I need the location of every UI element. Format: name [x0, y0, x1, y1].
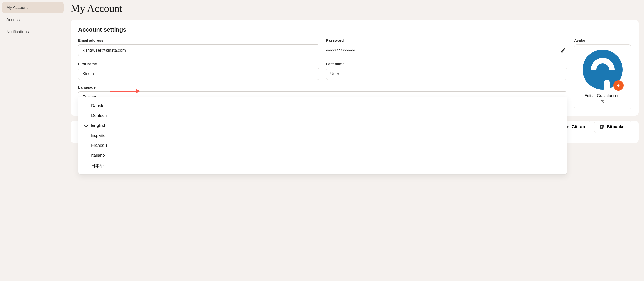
firstname-input[interactable] [78, 68, 319, 80]
svg-rect-0 [562, 52, 564, 52]
bitbucket-label: Bitbucket [607, 124, 626, 129]
sidebar-item-notifications[interactable]: Notifications [2, 26, 64, 38]
external-link-icon [600, 100, 604, 104]
lastname-label: Last name [326, 62, 568, 66]
page-title: My Account [71, 2, 638, 14]
account-settings-card: Account settings Email address Password … [71, 20, 638, 116]
language-option-english[interactable]: English [78, 121, 567, 130]
email-label: Email address [78, 38, 319, 42]
gravatar-link[interactable]: Edit at Gravatar.com [584, 94, 621, 104]
email-input[interactable] [78, 44, 319, 56]
bitbucket-button[interactable]: Bitbucket [594, 121, 631, 133]
sidebar-item-my-account[interactable]: My Account [2, 2, 64, 13]
gitlab-label: GitLab [572, 124, 585, 129]
main-content: My Account Account settings Email addres… [66, 0, 644, 281]
gravatar-link-text: Edit at Gravatar.com [584, 94, 621, 98]
lightning-icon [616, 83, 621, 88]
lastname-input[interactable] [326, 68, 568, 80]
avatar-image [582, 50, 623, 90]
sidebar: My Account Access Notifications [0, 0, 66, 281]
language-option-espanol[interactable]: Español [78, 130, 567, 140]
avatar-badge [613, 80, 624, 91]
language-dropdown: Dansk Deutsch English Español Français I… [78, 97, 567, 175]
pencil-icon [561, 48, 566, 52]
avatar-label: Avatar [574, 38, 631, 42]
firstname-label: First name [78, 62, 319, 66]
password-label: Password [326, 38, 568, 42]
password-mask: ************** [326, 48, 356, 54]
section-title: Account settings [78, 26, 631, 33]
language-label: Language [78, 85, 567, 90]
language-option-italiano[interactable]: Italiano [78, 150, 567, 160]
edit-password-button[interactable] [559, 46, 567, 55]
language-option-francais[interactable]: Français [78, 140, 567, 150]
bitbucket-icon [600, 124, 604, 129]
avatar-box: Edit at Gravatar.com [574, 44, 631, 109]
language-option-japanese[interactable]: 日本語 [78, 160, 567, 171]
sidebar-item-access[interactable]: Access [2, 14, 64, 25]
language-option-dansk[interactable]: Dansk [78, 101, 567, 111]
language-option-deutsch[interactable]: Deutsch [78, 111, 567, 121]
